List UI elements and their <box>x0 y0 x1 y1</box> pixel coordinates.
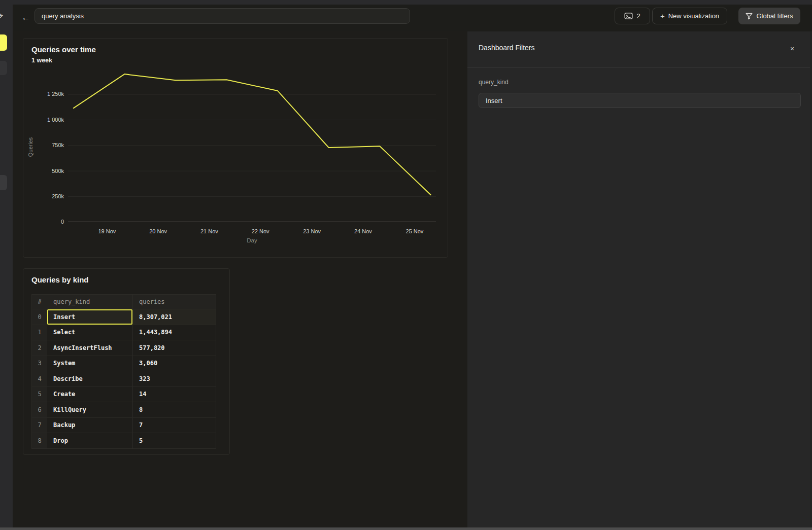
cell-queries[interactable]: 14 <box>132 387 216 402</box>
x-tick: 19 Nov <box>98 228 116 234</box>
y-tick: 0 <box>23 219 64 225</box>
table-row: 2 AsyncInsertFlush 577,820 <box>32 340 216 356</box>
sidebar-item-active[interactable] <box>0 34 7 51</box>
panel-divider <box>467 67 812 67</box>
chart-subtitle: 1 week <box>31 57 52 64</box>
cell-query-kind[interactable]: Drop <box>47 433 132 448</box>
row-index: 0 <box>32 309 47 325</box>
new-visualization-button[interactable]: + New visualization <box>652 8 727 24</box>
cell-queries[interactable]: 8,307,021 <box>132 309 216 325</box>
horizontal-scrollbar[interactable] <box>0 527 812 530</box>
row-index: 1 <box>32 325 47 340</box>
global-filters-label: Global filters <box>756 12 793 20</box>
x-tick: 24 Nov <box>354 228 372 234</box>
left-sidebar: ⟳ <box>0 5 13 530</box>
cell-queries[interactable]: 3,060 <box>132 356 216 371</box>
new-visualization-label: New visualization <box>668 12 719 20</box>
x-tick: 22 Nov <box>252 228 269 234</box>
col-header-index: # <box>32 295 47 309</box>
back-button[interactable]: ← <box>20 10 32 25</box>
sidebar-item[interactable] <box>0 61 7 75</box>
queries-over-time-card[interactable]: Queries over time 1 week 1 250k 1 000k 7… <box>23 38 448 258</box>
x-tick: 25 Nov <box>406 228 424 234</box>
x-tick: 23 Nov <box>303 228 321 234</box>
chart-title: Queries over time <box>31 45 96 54</box>
row-index: 2 <box>32 340 47 356</box>
cell-query-kind-selected[interactable]: Insert <box>47 309 132 325</box>
filters-panel-title: Dashboard Filters <box>479 44 535 52</box>
row-index: 4 <box>32 371 47 386</box>
filter-field-label: query_kind <box>479 79 509 86</box>
row-index: 7 <box>32 418 47 433</box>
dashboard-title-input[interactable] <box>35 8 410 24</box>
y-axis-title: Queries <box>27 107 33 188</box>
col-header-kind: query_kind <box>47 295 132 309</box>
table-row: 4 Describe 323 <box>32 371 216 386</box>
cell-queries[interactable]: 5 <box>132 433 216 448</box>
table-row: 3 System 3,060 <box>32 356 216 371</box>
queries-line-series <box>74 74 431 195</box>
gridlines <box>68 94 436 197</box>
tab-count-label: 2 <box>636 12 640 20</box>
row-index: 3 <box>32 356 47 371</box>
cell-queries[interactable]: 1,443,894 <box>132 325 216 340</box>
table-row: 6 KillQuery 8 <box>32 402 216 417</box>
row-index: 5 <box>32 387 47 402</box>
row-index: 8 <box>32 433 47 448</box>
tab-count-button[interactable]: 2 <box>615 8 650 24</box>
close-icon: ✕ <box>790 46 794 52</box>
dashboard-canvas: Queries over time 1 week 1 250k 1 000k 7… <box>14 31 467 527</box>
x-axis-title: Day <box>68 237 436 243</box>
top-bar: ← 2 + New visualization Global filters <box>14 5 812 31</box>
cell-query-kind[interactable]: System <box>47 356 132 371</box>
table-row: 8 Drop 5 <box>32 433 216 448</box>
row-index: 6 <box>32 402 47 417</box>
table-header-row: # query_kind queries <box>32 295 216 309</box>
back-arrow-icon: ← <box>22 13 30 23</box>
terminal-icon <box>624 12 633 20</box>
cell-query-kind[interactable]: KillQuery <box>47 402 132 417</box>
table-row: 5 Create 14 <box>32 386 216 402</box>
cell-query-kind[interactable]: AsyncInsertFlush <box>47 340 132 356</box>
y-tick: 250k <box>23 193 64 199</box>
cell-queries[interactable]: 7 <box>132 418 216 433</box>
close-filters-button[interactable]: ✕ <box>788 44 797 53</box>
dashboard-filters-panel: Dashboard Filters ✕ query_kind <box>467 31 812 527</box>
cell-query-kind[interactable]: Create <box>47 387 132 402</box>
queries-by-kind-card[interactable]: Queries by kind # query_kind queries 0 I… <box>23 268 230 455</box>
table-row: 1 Select 1,443,894 <box>32 325 216 340</box>
cell-queries[interactable]: 8 <box>132 402 216 417</box>
table-title: Queries by kind <box>31 275 89 284</box>
x-tick: 21 Nov <box>200 228 218 234</box>
cell-query-kind[interactable]: Select <box>47 325 132 340</box>
query-kind-filter-input[interactable] <box>479 93 801 108</box>
history-icon[interactable]: ⟳ <box>0 11 3 21</box>
col-header-queries: queries <box>132 295 216 309</box>
cell-query-kind[interactable]: Backup <box>47 418 132 433</box>
funnel-icon <box>746 13 753 20</box>
window-top-strip <box>0 0 812 5</box>
x-tick: 20 Nov <box>149 228 167 234</box>
table-row: 0 Insert 8,307,021 <box>32 309 216 325</box>
cell-queries[interactable]: 323 <box>132 371 216 386</box>
cell-queries[interactable]: 577,820 <box>132 340 216 356</box>
table-row: 7 Backup 7 <box>32 417 216 433</box>
line-chart-svg <box>68 69 436 222</box>
plus-icon: + <box>660 12 665 20</box>
y-tick: 1 250k <box>23 91 64 97</box>
sidebar-item[interactable] <box>0 175 7 190</box>
line-chart-plot <box>68 69 436 222</box>
x-axis-tick-labels: 19 Nov 20 Nov 21 Nov 22 Nov 23 Nov 24 No… <box>68 228 436 235</box>
global-filters-button[interactable]: Global filters <box>738 8 800 24</box>
cell-query-kind[interactable]: Describe <box>47 371 132 386</box>
queries-table: # query_kind queries 0 Insert 8,307,021 … <box>31 294 216 449</box>
panel-scrollbar[interactable] <box>810 31 812 527</box>
